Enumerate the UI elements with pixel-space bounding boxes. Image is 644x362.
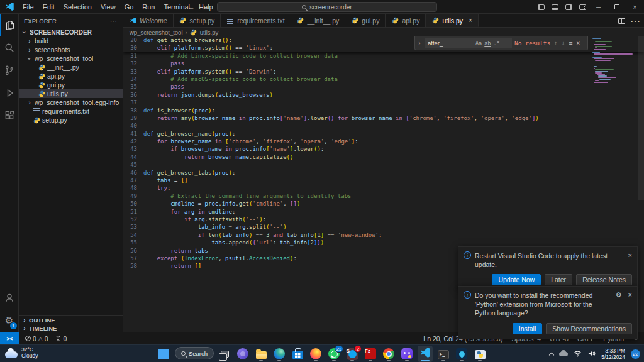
taskbar-whatsapp[interactable]: 23 <box>326 346 341 362</box>
remote-indicator[interactable]: >< <box>0 332 19 344</box>
code-line-40[interactable]: 40 <box>123 122 644 129</box>
split-editor-icon[interactable] <box>618 18 625 24</box>
match-case-icon[interactable]: Aa <box>475 40 482 47</box>
previous-match-icon[interactable]: ↑ <box>553 40 558 47</box>
tree-item-wp_screenshot_tool[interactable]: wp_screenshot_tool <box>19 54 123 63</box>
menu-selection[interactable]: Selection <box>59 0 96 14</box>
tab-api.py[interactable]: api.py <box>386 14 426 27</box>
menu-edit[interactable]: Edit <box>38 0 59 14</box>
wifi-icon[interactable] <box>574 348 582 359</box>
taskbar-emoji-app[interactable] <box>399 346 414 362</box>
taskbar-chrome[interactable] <box>381 346 396 362</box>
tree-item-wp_screenshot_tool.egg-info[interactable]: wp_screenshot_tool.egg-info <box>19 98 123 107</box>
tree-item-build[interactable]: build <box>19 36 123 45</box>
run-debug-icon[interactable] <box>0 82 19 104</box>
breadcrumb-folder[interactable]: wp_screenshot_tool <box>130 29 183 36</box>
code-line-48[interactable]: 48 try: <box>123 184 644 192</box>
taskbar-python-app[interactable] <box>472 346 487 362</box>
section-outline[interactable]: OUTLINE <box>19 315 123 324</box>
find-expand-icon[interactable]: › <box>418 40 423 47</box>
tray-clock[interactable]: 3:33 PM 5/12/2024 <box>601 348 625 360</box>
toggle-sidebar-button[interactable] <box>534 0 548 14</box>
code-line-51[interactable]: 51 for arg in cmdline: <box>123 208 644 216</box>
next-match-icon[interactable]: ↓ <box>560 40 565 47</box>
code-line-44[interactable]: 44 return browser_name.capitalize() <box>123 153 644 161</box>
taskbar-start[interactable] <box>157 346 172 362</box>
code-line-43[interactable]: 43 if browser_name in proc.info['name'].… <box>123 145 644 153</box>
whole-word-icon[interactable]: ab <box>484 40 491 47</box>
find-in-selection-icon[interactable]: ≡ <box>568 40 573 47</box>
tree-item-SCREENRECORDER[interactable]: SCREENRECORDER <box>19 28 123 36</box>
customize-layout-button[interactable] <box>575 0 589 14</box>
code-line-45[interactable]: 45 <box>123 161 644 168</box>
tree-item-requirements.txt[interactable]: requirements.txt <box>19 107 123 116</box>
taskbar-store[interactable] <box>290 346 305 362</box>
minimize-button[interactable]: ─ <box>589 0 608 14</box>
update-now-button[interactable]: Update Now <box>492 274 541 285</box>
code-line-34[interactable]: 34 # Add macOS-specific code to collect … <box>123 75 644 83</box>
taskbar-search[interactable]: Search <box>175 347 214 359</box>
toggle-secondary-sidebar-button[interactable] <box>562 0 575 14</box>
tree-item-api.py[interactable]: api.py <box>19 72 123 80</box>
taskbar-file-explorer[interactable] <box>253 346 269 362</box>
install-button[interactable]: Install <box>513 323 542 334</box>
code-line-41[interactable]: 41def get_browser_name(proc): <box>123 130 644 138</box>
tab-Welcome[interactable]: Welcome <box>123 14 174 27</box>
back-arrow-icon[interactable]: ← <box>187 3 195 11</box>
close-find-icon[interactable]: × <box>575 40 580 47</box>
tab-utils.py[interactable]: utils.py× <box>426 14 479 27</box>
code-line-46[interactable]: 46def get_browser_tabs(proc): <box>123 169 644 177</box>
taskbar-purple-app[interactable] <box>235 346 250 362</box>
tree-item-setup.py[interactable]: setup.py <box>19 116 123 124</box>
release-notes-button[interactable]: Release Notes <box>576 274 632 285</box>
onedrive-icon[interactable] <box>559 352 568 356</box>
notification-count-badge[interactable]: 22 <box>631 349 640 359</box>
section-timeline[interactable]: TIMELINE <box>19 324 123 332</box>
close-notification-icon[interactable]: × <box>628 291 632 318</box>
menu-go[interactable]: Go <box>120 0 138 14</box>
problems-indicator[interactable]: 0 △ 0 <box>25 335 48 343</box>
tree-item-gui.py[interactable]: gui.py <box>19 80 123 89</box>
taskbar-terminal[interactable]: >_ <box>436 346 451 362</box>
forward-arrow-icon[interactable]: → <box>203 3 210 11</box>
taskbar-firefox[interactable] <box>308 346 323 362</box>
breadcrumb-file[interactable]: utils.py <box>200 29 219 36</box>
menu-run[interactable]: Run <box>138 0 159 14</box>
code-line-50[interactable]: 50 cmdline = proc.info.get('cmdline', []… <box>123 200 644 207</box>
code-line-32[interactable]: 32 pass <box>123 60 644 67</box>
menu-view[interactable]: View <box>96 0 120 14</box>
code-line-38[interactable]: 38def is_browser(proc): <box>123 107 644 114</box>
tree-item-__init__.py[interactable]: __init__.py <box>19 63 123 72</box>
more-actions-icon[interactable]: ⋯ <box>630 15 640 27</box>
close-tab-icon[interactable]: × <box>469 17 472 24</box>
code-line-53[interactable]: 53 tab_info = arg.split('--') <box>123 223 644 231</box>
more-actions-icon[interactable]: ⋯ <box>110 17 118 25</box>
taskbar-dev-app[interactable] <box>454 346 469 362</box>
code-line-55[interactable]: 55 tabs.append({'url': tab_info[2]}) <box>123 239 644 246</box>
taskbar-task-view[interactable] <box>217 346 232 362</box>
restore-button[interactable] <box>608 0 626 14</box>
tab-gui.py[interactable]: gui.py <box>345 14 386 27</box>
code-line-54[interactable]: 54 if len(tab_info) == 3 and tab_info[1]… <box>123 231 644 239</box>
tree-item-utils.py[interactable]: utils.py <box>19 89 123 98</box>
ports-indicator[interactable]: 0 <box>55 335 67 343</box>
toggle-panel-button[interactable] <box>548 0 562 14</box>
later-button[interactable]: Later <box>545 274 572 285</box>
volume-icon[interactable] <box>587 348 596 359</box>
code-line-33[interactable]: 33 elif platform.system() == 'Darwin': <box>123 68 644 75</box>
menu-file[interactable]: File <box>18 0 38 14</box>
source-control-icon[interactable] <box>0 59 19 82</box>
find-input[interactable] <box>428 40 473 47</box>
regex-icon[interactable]: .* <box>494 40 500 47</box>
minimap[interactable] <box>592 38 636 85</box>
close-notification-icon[interactable]: × <box>628 251 632 269</box>
show-recommendations-button[interactable]: Show Recommendations <box>546 323 632 334</box>
code-line-35[interactable]: 35 pass <box>123 83 644 90</box>
tree-item-screenshots[interactable]: screenshots <box>19 45 123 54</box>
code-line-49[interactable]: 49 # Extract the command line arguments … <box>123 192 644 200</box>
code-line-37[interactable]: 37 <box>123 99 644 106</box>
taskbar-vscode[interactable] <box>418 346 433 362</box>
code-line-36[interactable]: 36 return json.dumps(active_browsers) <box>123 91 644 99</box>
code-line-52[interactable]: 52 if arg.startswith('--'): <box>123 216 644 223</box>
tab-setup.py[interactable]: setup.py <box>174 14 221 27</box>
